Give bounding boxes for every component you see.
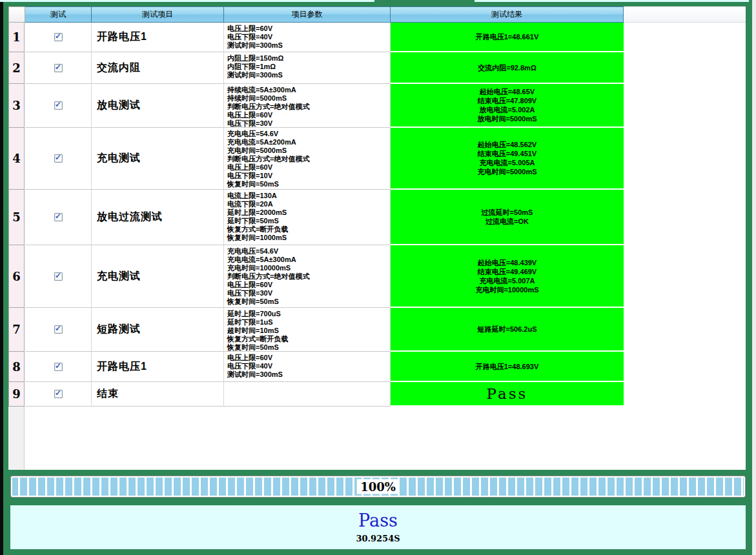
column-header-filler	[624, 6, 746, 23]
test-result-cell: 起始电压=48.65V结束电压=47.809V放电电流=5.002A放电时间=5…	[391, 84, 624, 128]
test-result-cell: 起始电压=48.562V结束电压=49.451V充电电流=5.005A充电时间=…	[391, 128, 624, 190]
test-item-name: 短路测试	[92, 308, 224, 352]
table-body: 1 ✓ 开路电压1 电压上限=60V电压下限=40V测试时间=300mS 开路电…	[8, 23, 746, 407]
test-enabled-checkbox[interactable]: ✓	[54, 213, 63, 221]
param-line: 电压上限=60V	[227, 163, 390, 172]
test-result-cell: Pass	[391, 382, 624, 407]
test-checkbox-cell: ✓	[25, 352, 92, 382]
test-result-cell: 短路延时=506.2uS	[391, 308, 624, 352]
test-checkbox-cell: ✓	[25, 128, 92, 190]
row-number: 2	[8, 52, 25, 84]
table-row: 6 ✓ 充电测试 充电电压=54.6V充电电流=5A±300mA充电时间=100…	[8, 245, 624, 308]
param-line: 延时上限=2000mS	[227, 208, 390, 217]
test-checkbox-cell: ✓	[25, 245, 92, 308]
param-line: 电压上限=60V	[227, 281, 390, 289]
checkmark-icon: ✓	[55, 101, 61, 108]
param-line: 充电时间=5000mS	[227, 146, 390, 155]
row-number: 8	[8, 352, 25, 382]
param-line: 充电电流=5A±300mA	[227, 256, 390, 264]
result-line: 开路电压1=48.693V	[476, 362, 539, 371]
result-line: 放电电流=5.002A	[480, 105, 535, 114]
test-result-cell: 交流内阻=92.8mΩ	[391, 52, 624, 84]
row-number: 1	[8, 23, 25, 52]
result-line: 短路延时=506.2uS	[477, 325, 536, 334]
test-checkbox-cell: ✓	[25, 190, 92, 245]
row-number: 4	[8, 128, 25, 190]
table-row: 5 ✓ 放电过流测试 电流上限=130A电流下限=20A延时上限=2000mS延…	[8, 190, 624, 245]
checkmark-icon: ✓	[55, 64, 61, 71]
item-params-cell	[224, 382, 391, 407]
window-left-edge	[0, 0, 3, 555]
test-enabled-checkbox[interactable]: ✓	[54, 272, 63, 281]
progress-bar: 100%	[10, 476, 746, 498]
test-enabled-checkbox[interactable]: ✓	[54, 33, 63, 41]
result-line: 放电时间=5000mS	[477, 114, 536, 123]
result-line: 开路电压1=48.661V	[476, 32, 539, 41]
result-line: 充电电流=5.005A	[480, 158, 535, 167]
progress-percent-label: 100%	[356, 479, 400, 494]
item-params-cell: 电压上限=60V电压下限=40V测试时间=300mS	[224, 352, 391, 382]
param-line: 恢复方式=断开负载	[227, 225, 390, 234]
param-line: 内阻下限=1mΩ	[227, 63, 390, 71]
param-line: 判断电压方式=绝对值模式	[227, 272, 390, 281]
test-item-name: 开路电压1	[92, 23, 224, 52]
status-result-text: Pass	[358, 511, 398, 530]
param-line: 充电电压=54.6V	[227, 130, 390, 138]
test-sequence-table: 测试 测试项目 项目参数 测试结果 1 ✓ 开路电压1 电压上限=60V电压下限…	[8, 6, 746, 470]
test-checkbox-cell: ✓	[25, 382, 92, 407]
param-line: 电压下限=10V	[227, 172, 390, 180]
result-line: 起始电压=48.562V	[478, 140, 536, 149]
result-line: 充电电流=5.007A	[480, 276, 535, 285]
param-line: 电压上限=60V	[227, 111, 390, 119]
param-line: 延时上限=700uS	[227, 310, 390, 318]
test-enabled-checkbox[interactable]: ✓	[54, 101, 63, 110]
param-line: 电压下限=40V	[227, 362, 390, 370]
result-line: 充电时间=5000mS	[477, 167, 536, 176]
param-line: 恢复时间=50mS	[227, 298, 390, 306]
checkmark-icon: ✓	[55, 325, 61, 332]
test-enabled-checkbox[interactable]: ✓	[54, 363, 63, 371]
test-enabled-checkbox[interactable]: ✓	[54, 390, 63, 398]
test-enabled-checkbox[interactable]: ✓	[54, 64, 63, 72]
result-line: 结束电压=49.469V	[478, 267, 536, 276]
status-elapsed-time: 30.9254S	[356, 534, 400, 543]
test-enabled-checkbox[interactable]: ✓	[54, 154, 63, 163]
param-line: 延时下限=1uS	[227, 318, 390, 327]
param-line: 测试时间=300mS	[227, 41, 390, 50]
test-enabled-checkbox[interactable]: ✓	[54, 325, 63, 334]
param-line: 超时时间=10mS	[227, 327, 390, 335]
param-line: 充电时间=10000mS	[227, 264, 390, 272]
checkmark-icon: ✓	[55, 272, 61, 279]
param-line: 恢复时间=50mS	[227, 343, 390, 352]
result-line: Pass	[487, 385, 528, 402]
test-item-name: 放电过流测试	[92, 190, 224, 245]
table-row: 8 ✓ 开路电压1 电压上限=60V电压下限=40V测试时间=300mS 开路电…	[8, 352, 624, 382]
param-line: 电流下限=20A	[227, 200, 390, 208]
test-result-cell: 过流延时=50mS过流电流=OK	[391, 190, 624, 245]
param-line: 电压下限=30V	[227, 289, 390, 298]
param-line: 恢复时间=1000mS	[227, 234, 390, 242]
test-item-name: 结束	[92, 382, 224, 407]
column-header-test: 测试	[25, 6, 92, 23]
param-line: 恢复时间=50mS	[227, 180, 390, 188]
column-header-test-item: 测试项目	[92, 6, 224, 23]
param-line: 电压上限=60V	[227, 354, 390, 362]
test-checkbox-cell: ✓	[25, 84, 92, 128]
top-accent-line	[475, 0, 749, 2]
test-item-name: 开路电压1	[92, 352, 224, 382]
column-header-row-number	[8, 6, 25, 23]
checkmark-icon: ✓	[55, 213, 61, 220]
row-number: 9	[8, 382, 25, 407]
result-line: 过流延时=50mS	[482, 208, 533, 217]
test-checkbox-cell: ✓	[25, 308, 92, 352]
checkmark-icon: ✓	[55, 33, 61, 40]
result-line: 结束电压=49.451V	[478, 149, 536, 158]
result-line: 起始电压=48.65V	[480, 87, 535, 96]
result-line: 交流内阻=92.8mΩ	[478, 63, 536, 72]
status-panel: Pass 30.9254S	[10, 505, 746, 549]
top-accent-line	[0, 0, 374, 2]
row-number-footer-strip	[8, 407, 25, 470]
table-row: 9 ✓ 结束 Pass	[8, 382, 624, 407]
param-line: 电压上限=60V	[227, 25, 390, 33]
test-checkbox-cell: ✓	[25, 23, 92, 52]
